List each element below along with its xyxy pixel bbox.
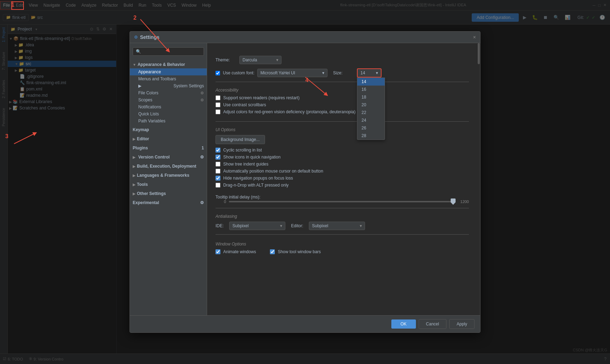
size-option-16[interactable]: 16 [357, 86, 385, 93]
nav-item-notifications[interactable]: Notifications [130, 103, 207, 110]
drag-drop-alt-row[interactable]: Drag-n-Drop with ALT pressed only [216, 183, 469, 188]
nav-section-appearance-behavior: ▼ Appearance & Behavior Appearance Menus… [130, 60, 207, 125]
theme-label: Theme: [216, 58, 237, 62]
screen-readers-checkbox[interactable] [216, 95, 220, 100]
show-icons-quick-nav-checkbox[interactable] [216, 155, 220, 160]
contrast-scrollbars-checkbox[interactable] [216, 102, 220, 107]
tools-arrow-icon: ▶ [133, 183, 135, 187]
nav-header-experimental[interactable]: Experimental ⚙ [130, 199, 207, 207]
ok-button[interactable]: OK [391, 319, 416, 329]
screen-readers-row[interactable]: Support screen readers (requires restart… [216, 95, 469, 100]
background-image-button[interactable]: Background Image... [216, 135, 265, 144]
divider3 [216, 208, 469, 208]
tooltip-delay-label: Tooltip initial delay (ms): [216, 195, 260, 200]
nav-item-appearance[interactable]: Appearance [130, 68, 207, 75]
auto-position-mouse-checkbox[interactable] [216, 169, 220, 174]
nav-header-other[interactable]: ▶ Other Settings [130, 190, 207, 197]
editor-arrow-icon: ▶ [133, 137, 135, 141]
nav-item-system-settings[interactable]: ▶ System Settings [130, 82, 207, 89]
nav-header-langs[interactable]: ▶ Languages & Frameworks [130, 171, 207, 179]
size-dropdown-arrow: ▾ [376, 70, 378, 75]
size-option-24[interactable]: 24 [357, 116, 385, 124]
antialiasing-title: Antialiasing [216, 214, 469, 219]
drag-drop-alt-checkbox[interactable] [216, 183, 220, 188]
nav-header-keymap[interactable]: Keymap [130, 126, 207, 134]
font-row: Use custom font: Microsoft YaHei UI ▾ Si… [216, 68, 469, 77]
nav-header-plugins[interactable]: Plugins 1 [130, 144, 207, 152]
settings-content: Theme: Darcula ▾ Use custom font: Micros… [207, 43, 477, 315]
size-option-26[interactable]: 26 [357, 124, 385, 132]
hide-nav-popups-checkbox[interactable] [216, 176, 220, 181]
dialog-close-button[interactable]: × [473, 34, 476, 40]
bg-image-row: Background Image... [216, 135, 469, 144]
nav-section-keymap: Keymap [130, 125, 207, 134]
slider-thumb [451, 198, 456, 205]
window-options-section: Window Options Animate windows Show tool… [216, 242, 469, 256]
cancel-button[interactable]: Cancel [419, 319, 446, 329]
build-arrow-icon: ▶ [133, 164, 135, 168]
animate-windows-label: Animate windows [223, 249, 256, 254]
size-option-22[interactable]: 22 [357, 109, 385, 116]
show-tree-indent-checkbox[interactable] [216, 162, 220, 167]
size-select[interactable]: 14 ▾ [357, 68, 382, 77]
show-icons-quick-nav-row[interactable]: Show icons in quick navigation [216, 155, 469, 160]
show-tree-indent-row[interactable]: Show tree indent guides [216, 162, 469, 167]
size-option-14[interactable]: 14 [357, 78, 385, 86]
antialiasing-row: IDE: Subpixel ▾ Editor: Subpixel ▾ [216, 222, 469, 230]
animate-windows-checkbox[interactable] [216, 249, 220, 254]
nav-header-tools[interactable]: ▶ Tools [130, 181, 207, 188]
nav-header-build[interactable]: ▶ Build, Execution, Deployment [130, 162, 207, 170]
color-deficiency-checkbox[interactable] [216, 109, 220, 114]
contrast-scrollbars-label: Use contrast scrollbars [223, 102, 266, 107]
settings-scrollbar[interactable] [477, 43, 480, 315]
nav-section-header-ab[interactable]: ▼ Appearance & Behavior [130, 61, 207, 68]
nav-section-plugins: Plugins 1 [130, 143, 207, 153]
size-option-18[interactable]: 18 [357, 93, 385, 101]
hide-nav-popups-row[interactable]: Hide navigation popups on focus loss [216, 176, 469, 181]
animate-windows-row[interactable]: Animate windows [216, 249, 256, 254]
cyclic-scrolling-label: Cyclic scrolling in list [223, 148, 262, 153]
ui-options-title: UI Options [216, 127, 469, 132]
nav-section-langs: ▶ Languages & Frameworks [130, 171, 207, 180]
section-arrow-icon: ▼ [133, 63, 136, 67]
contrast-scrollbars-row[interactable]: Use contrast scrollbars [216, 102, 469, 107]
show-tree-indent-label: Show tree indent guides [223, 162, 268, 167]
theme-select[interactable]: Darcula ▾ [239, 56, 281, 64]
nav-item-file-colors[interactable]: File Colors ⚙ [130, 89, 207, 96]
tooltip-section: Tooltip initial delay (ms): 0 1200 [216, 195, 469, 204]
modal-overlay: ⚙ Settings × ▼ Appearance & Behavior App… [0, 0, 610, 364]
nav-item-menus-toolbars[interactable]: Menus and Toolbars [130, 75, 207, 82]
nav-item-scopes[interactable]: Scopes ⚙ [130, 96, 207, 103]
nav-section-other: ▶ Other Settings [130, 189, 207, 198]
color-deficiency-row[interactable]: Adjust colors for red-green vision defic… [216, 109, 469, 114]
show-tool-window-bars-row[interactable]: Show tool window bars [270, 249, 321, 254]
theme-row: Theme: Darcula ▾ [216, 56, 469, 64]
show-icons-quick-nav-label: Show icons in quick navigation [223, 155, 280, 160]
use-custom-font-checkbox[interactable] [216, 71, 220, 75]
dialog-body: ▼ Appearance & Behavior Appearance Menus… [130, 43, 480, 315]
size-option-28[interactable]: 28 [357, 132, 385, 140]
size-option-20[interactable]: 20 [357, 101, 385, 109]
nav-item-path-variables[interactable]: Path Variables [130, 117, 207, 124]
nav-header-vc[interactable]: ▶ Version Control ⚙ [130, 153, 207, 161]
cyclic-scrolling-checkbox[interactable] [216, 148, 220, 153]
show-tool-window-bars-label: Show tool window bars [278, 249, 321, 254]
nav-search-container [130, 46, 207, 57]
editor-aa-select[interactable]: Subpixel ▾ [309, 222, 365, 230]
auto-position-mouse-row[interactable]: Automatically position mouse cursor on d… [216, 169, 469, 174]
divider1 [216, 82, 469, 82]
tooltip-max-val: 1200 [458, 200, 469, 204]
hide-nav-popups-label: Hide navigation popups on focus loss [223, 176, 293, 181]
nav-item-quick-lists[interactable]: Quick Lists [130, 110, 207, 117]
apply-button[interactable]: Apply [449, 319, 475, 329]
font-select[interactable]: Microsoft YaHei UI ▾ [257, 69, 327, 77]
show-tool-window-bars-checkbox[interactable] [270, 249, 275, 254]
ide-aa-select[interactable]: Subpixel ▾ [229, 222, 285, 230]
font-label: Use custom font: [223, 70, 254, 75]
color-deficiency-label: Adjust colors for red-green vision defic… [223, 109, 356, 114]
cyclic-scrolling-row[interactable]: Cyclic scrolling in list [216, 148, 469, 153]
nav-header-editor[interactable]: ▶ Editor [130, 135, 207, 143]
nav-section-vc: ▶ Version Control ⚙ [130, 153, 207, 162]
tooltip-slider[interactable] [229, 201, 456, 202]
settings-search-input[interactable] [133, 47, 204, 56]
